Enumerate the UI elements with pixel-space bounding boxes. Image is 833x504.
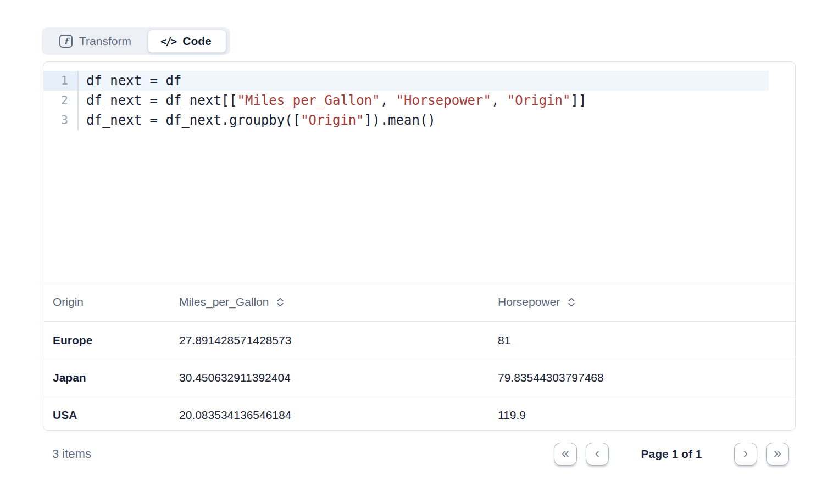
view-mode-tabbar: f Transform </> Code <box>42 27 230 55</box>
tab-transform-label: Transform <box>79 35 131 48</box>
code-line[interactable]: 2 df_next = df_next[["Miles_per_Gallon",… <box>43 91 795 110</box>
row-hp: 79.83544303797468 <box>488 371 795 384</box>
code-text: ]).mean() <box>364 113 436 128</box>
items-count: 3 items <box>43 447 91 461</box>
line-number: 2 <box>43 91 79 110</box>
column-header-origin: Origin <box>43 295 170 309</box>
function-icon: f <box>59 35 73 48</box>
transform-panel: 1 df_next = df 2 df_next = df_next[["Mil… <box>43 61 796 431</box>
page-indicator: Page 1 of 1 <box>641 447 702 461</box>
double-chevron-right-icon: » <box>774 446 781 460</box>
sort-icon[interactable] <box>568 297 575 307</box>
tab-code-label: Code <box>182 35 212 48</box>
code-text: , <box>380 93 396 108</box>
sort-icon[interactable] <box>276 297 284 307</box>
row-hp: 81 <box>488 334 795 347</box>
first-page-button[interactable]: « <box>554 443 577 466</box>
chevron-right-icon: › <box>743 446 748 460</box>
code-text: df_next = df_next.groupby([ <box>86 113 301 128</box>
double-chevron-left-icon: « <box>562 446 569 460</box>
string-token: "Origin" <box>301 113 364 128</box>
table-header-row: Origin Miles_per_Gallon Horsepower <box>43 282 795 322</box>
code-text: df_next = df <box>86 73 181 88</box>
row-origin: Japan <box>43 371 170 384</box>
code-text: ]] <box>570 93 586 108</box>
chevron-left-icon: ‹ <box>595 446 599 460</box>
column-header-mpg-label: Miles_per_Gallon <box>179 295 269 309</box>
column-header-hp[interactable]: Horsepower <box>488 295 795 309</box>
string-token: "Horsepower" <box>396 93 491 108</box>
code-text: , <box>491 93 507 108</box>
table-row: Europe 27.891428571428573 81 <box>43 322 795 359</box>
table-row: USA 20.083534136546184 119.9 <box>43 396 795 434</box>
row-origin: Europe <box>43 334 170 347</box>
row-origin: USA <box>43 408 170 422</box>
result-table: Origin Miles_per_Gallon Horsepower <box>43 282 795 434</box>
row-mpg: 30.450632911392404 <box>170 371 488 384</box>
tab-code[interactable]: </> Code <box>148 30 226 53</box>
row-hp: 119.9 <box>488 408 795 422</box>
column-header-mpg[interactable]: Miles_per_Gallon <box>170 295 488 309</box>
last-page-button[interactable]: » <box>766 443 789 466</box>
code-text: df_next = df_next[[ <box>86 93 237 108</box>
table-footer: 3 items « ‹ Page 1 of 1 › » <box>43 439 796 469</box>
row-mpg: 20.083534136546184 <box>170 408 488 422</box>
line-number: 1 <box>43 71 79 91</box>
code-icon: </> <box>160 35 176 47</box>
tab-transform[interactable]: f Transform <box>42 27 148 55</box>
code-line[interactable]: 1 df_next = df <box>43 71 795 91</box>
next-page-button[interactable]: › <box>734 443 757 466</box>
string-token: "Miles_per_Gallon" <box>237 93 380 108</box>
code-line[interactable]: 3 df_next = df_next.groupby(["Origin"]).… <box>43 110 795 130</box>
column-header-hp-label: Horsepower <box>498 295 560 309</box>
code-editor[interactable]: 1 df_next = df 2 df_next = df_next[["Mil… <box>43 62 795 282</box>
row-mpg: 27.891428571428573 <box>170 334 488 347</box>
line-number: 3 <box>43 110 79 130</box>
string-token: "Origin" <box>507 93 571 108</box>
table-row: Japan 30.450632911392404 79.835443037974… <box>43 359 795 396</box>
previous-page-button[interactable]: ‹ <box>586 443 609 466</box>
pagination: « ‹ Page 1 of 1 › » <box>554 443 789 466</box>
